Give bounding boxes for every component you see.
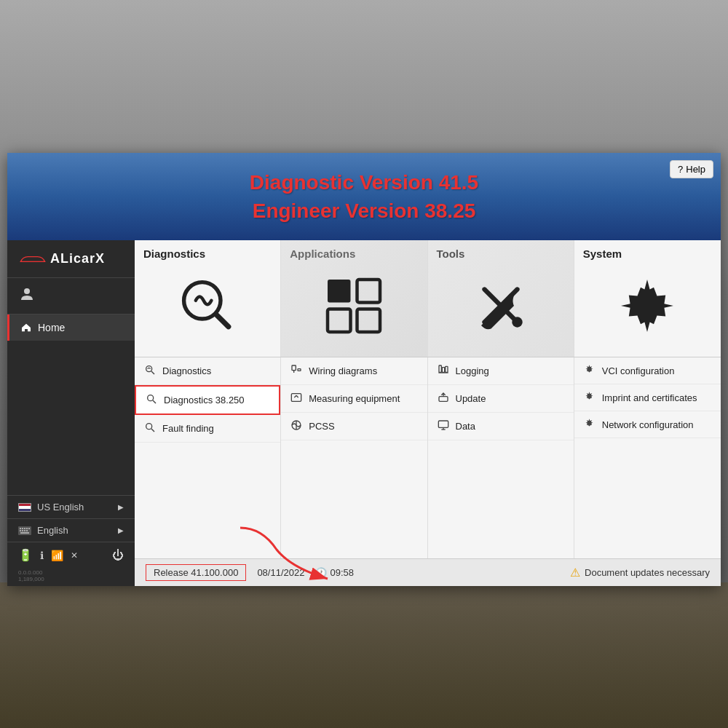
main-area: ALicarX Home US English <box>7 240 721 586</box>
menu-item-data[interactable]: Data <box>428 413 574 440</box>
svg-line-26 <box>153 400 156 403</box>
status-time: 🕐 09:58 <box>315 567 354 578</box>
menu-column-diagnostics: Diagnostics Diagnostics 38.250 <box>135 357 281 558</box>
menu-column-applications: Wiring diagrams Measuring equipment <box>281 357 427 558</box>
menu-item-logging[interactable]: Logging <box>428 357 574 385</box>
menu-label-vci: VCI configuration <box>602 365 675 376</box>
app-window: Diagnostic Version 41.5 Engineer Version… <box>7 153 721 586</box>
svg-line-28 <box>151 429 154 432</box>
svg-point-25 <box>148 395 154 401</box>
status-warning: ⚠ Document updates necessary <box>570 566 710 579</box>
measuring-icon <box>290 392 303 405</box>
question-icon: ? <box>678 164 683 175</box>
svg-rect-37 <box>439 365 441 372</box>
sidebar-item-home[interactable]: Home <box>7 314 135 341</box>
applications-big-icon <box>321 273 387 339</box>
warning-text: Document updates necessary <box>585 567 710 578</box>
svg-rect-4 <box>22 528 23 529</box>
menu-item-diagnostics-38250[interactable]: Diagnostics 38.250 <box>135 385 280 415</box>
diagnostics-header: Diagnostics <box>143 248 205 260</box>
svg-rect-41 <box>439 397 448 402</box>
svg-rect-31 <box>298 369 301 371</box>
svg-rect-29 <box>292 365 296 371</box>
network-config-icon <box>583 418 596 431</box>
menu-item-imprint[interactable]: Imprint and certificates <box>574 384 721 411</box>
menu-item-pcss[interactable]: PCSS <box>281 413 427 440</box>
svg-rect-11 <box>26 530 28 531</box>
status-bar: Release 41.100.000 08/11/2022 🕐 09:58 ⚠ … <box>135 558 721 586</box>
lang2-label: English <box>37 525 68 536</box>
menu-label-update: Update <box>456 393 486 404</box>
menu-item-fault-finding[interactable]: Fault finding <box>135 415 280 443</box>
menu-label-wiring: Wiring diagrams <box>309 365 377 376</box>
menu-label-measuring: Measuring equipment <box>309 393 400 404</box>
release-badge: Release 41.100.000 <box>146 564 246 581</box>
help-label: Help <box>686 164 705 175</box>
menu-label-diagnostics: Diagnostics <box>162 365 211 376</box>
sidebar-lang-english[interactable]: English ▶ <box>7 518 135 542</box>
sidebar-user-icon <box>7 278 135 314</box>
pcss-icon <box>290 419 303 433</box>
time-value: 09:58 <box>330 567 354 578</box>
home-icon <box>20 322 32 333</box>
svg-rect-15 <box>328 280 351 303</box>
imprint-icon <box>583 391 596 404</box>
menu-item-network-config[interactable]: Network configuration <box>574 411 721 438</box>
warning-icon: ⚠ <box>570 566 580 579</box>
logging-icon <box>437 364 450 378</box>
diagnostics-icon <box>143 364 157 378</box>
user-icon <box>18 285 36 303</box>
logo-text: ALicarX <box>50 251 105 266</box>
category-diagnostics[interactable]: Diagnostics <box>135 240 281 357</box>
svg-point-27 <box>146 424 152 430</box>
fault-finding-icon <box>143 422 157 435</box>
menu-item-diagnostics[interactable]: Diagnostics <box>135 357 280 385</box>
clock-icon: 🕐 <box>315 567 327 578</box>
menu-column-system: VCI configuration Imprint and certificat… <box>574 357 721 558</box>
svg-point-23 <box>146 366 152 372</box>
svg-line-24 <box>151 371 154 374</box>
power-button[interactable]: ⏻ <box>112 549 124 562</box>
us-flag-icon <box>18 503 31 512</box>
sidebar: ALicarX Home US English <box>7 240 135 586</box>
vci-config-icon <box>583 364 596 377</box>
sidebar-logo: ALicarX <box>7 240 135 278</box>
category-icons-row: Diagnostics Applications <box>135 240 721 357</box>
update-icon <box>437 392 450 405</box>
system-big-icon <box>614 273 680 339</box>
menu-label-imprint: Imprint and certificates <box>602 392 697 403</box>
sidebar-lang-us-english[interactable]: US English ▶ <box>7 495 135 518</box>
menu-label-fault-finding: Fault finding <box>162 423 214 434</box>
status-date: 08/11/2022 <box>257 567 304 578</box>
svg-rect-42 <box>438 421 448 427</box>
diagnostics-big-icon <box>175 273 240 339</box>
wiring-icon <box>290 364 303 378</box>
lang1-arrow-icon: ▶ <box>118 503 124 511</box>
svg-rect-16 <box>357 280 381 303</box>
disconnect-icon: ✕ <box>71 550 78 561</box>
keyboard-icon <box>18 526 31 535</box>
menu-label-logging: Logging <box>456 365 489 376</box>
header-title: Diagnostic Version 41.5 Engineer Version… <box>250 168 478 225</box>
info-icon: ℹ <box>40 550 44 561</box>
menu-label-network: Network configuration <box>602 419 694 430</box>
header-bar: Diagnostic Version 41.5 Engineer Version… <box>7 153 721 240</box>
svg-rect-10 <box>24 530 25 531</box>
category-applications[interactable]: Applications <box>281 240 427 357</box>
category-system[interactable]: System <box>574 240 721 357</box>
menu-item-update[interactable]: Update <box>428 385 574 413</box>
svg-point-1 <box>24 288 30 294</box>
svg-rect-32 <box>292 394 301 402</box>
category-tools[interactable]: Tools <box>428 240 574 357</box>
help-button[interactable]: ? Help <box>670 160 713 178</box>
home-label: Home <box>38 322 65 333</box>
sidebar-version: 0.0.0.0001,189,000 <box>7 568 135 586</box>
menu-item-wiring-diagrams[interactable]: Wiring diagrams <box>281 357 427 385</box>
diagnostics38-icon <box>145 393 158 407</box>
menu-label-diagnostics-38250: Diagnostics 38.250 <box>164 395 245 405</box>
menu-item-measuring-equipment[interactable]: Measuring equipment <box>281 385 427 413</box>
system-header: System <box>583 248 622 260</box>
menu-item-vci-config[interactable]: VCI configuration <box>574 357 721 384</box>
data-icon <box>437 419 450 433</box>
lang2-arrow-icon: ▶ <box>118 526 124 534</box>
